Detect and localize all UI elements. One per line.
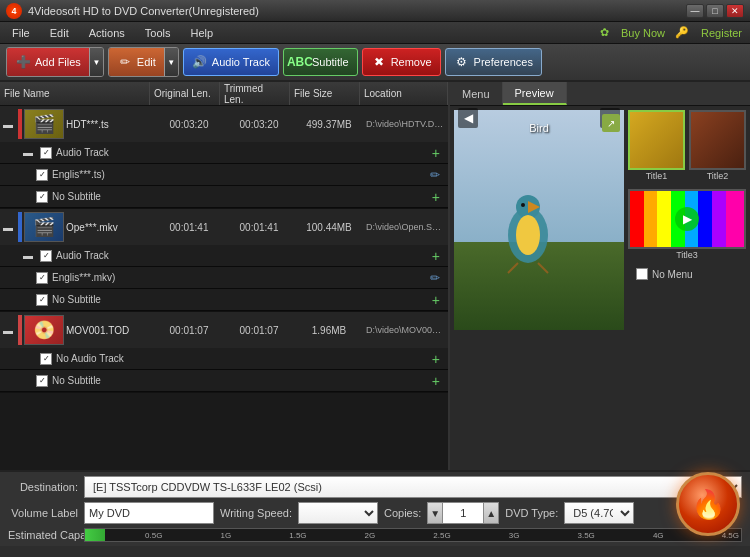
audio-sub-row: ✓ Englis***.ts) ✏	[0, 164, 448, 186]
menu-edit[interactable]: Edit	[46, 25, 73, 41]
destination-select[interactable]: [E] TSSTcorp CDDVDW TS-L633F LE02 (Scsi)	[84, 476, 742, 498]
capacity-row: Estimated Capacity: 0.5G 1G 1.5G 2G 2.5G…	[8, 528, 742, 542]
preferences-button[interactable]: ⚙ Preferences	[445, 48, 542, 76]
row-color-bar-2	[18, 212, 22, 242]
audio-expand-2[interactable]: ▬	[20, 250, 36, 261]
prog-35g: 3.5G	[577, 531, 594, 540]
no-menu-label: No Menu	[652, 269, 693, 280]
export-button[interactable]: ↗	[602, 114, 620, 132]
edit-button[interactable]: ✏ Edit	[109, 48, 164, 76]
expand-icon-3[interactable]: ▬	[0, 325, 16, 336]
edit-audio-icon[interactable]: ✏	[430, 168, 440, 182]
play-icon[interactable]: ▶	[675, 207, 699, 231]
no-menu-checkbox[interactable]	[636, 268, 648, 280]
subtitle-button[interactable]: ABC Subtitle	[283, 48, 358, 76]
menu-tools[interactable]: Tools	[141, 25, 175, 41]
app-icon: 4	[6, 3, 22, 19]
subtitle-checkbox-2[interactable]: ✓	[36, 294, 48, 306]
edit-group[interactable]: ✏ Edit ▼	[108, 47, 179, 77]
audio-checkbox-2[interactable]: ✓	[40, 250, 52, 262]
prev-arrow[interactable]: ◀	[458, 108, 478, 128]
subtitle-label: Subtitle	[312, 56, 349, 68]
thumb-item-3[interactable]: ▶ Title3	[628, 189, 746, 260]
preview-tabs: Menu Preview	[450, 82, 750, 106]
add-subtitle-button[interactable]: +	[432, 189, 440, 205]
volume-input[interactable]	[84, 502, 214, 524]
menu-help[interactable]: Help	[186, 25, 217, 41]
add-files-group[interactable]: ➕ Add Files ▼	[6, 47, 104, 77]
audio-label-2: Audio Track	[56, 250, 109, 261]
copies-up-button[interactable]: ▲	[483, 502, 499, 524]
audio-expand[interactable]: ▬	[20, 147, 36, 158]
edit-dropdown[interactable]: ▼	[164, 48, 178, 76]
buy-now-link[interactable]: Buy Now	[621, 27, 665, 39]
preferences-label: Preferences	[474, 56, 533, 68]
add-audio-button[interactable]: +	[432, 145, 440, 161]
film-icon: 🎬	[33, 113, 55, 135]
file-list: File Name Original Len. Trimmed Len. Fil…	[0, 82, 450, 470]
subtitle-checkbox[interactable]: ✓	[36, 191, 48, 203]
thumb-item-2[interactable]: Title2	[689, 110, 746, 181]
prog-15g: 1.5G	[289, 531, 306, 540]
subtitle-label-2: No Subtitle	[52, 294, 101, 305]
thumb-item-1[interactable]: Title1	[628, 110, 685, 181]
dvd-type-select[interactable]: D5 (4.7G)	[564, 502, 634, 524]
title-bar: 4 4Videosoft HD to DVD Converter(Unregis…	[0, 0, 750, 22]
window-controls[interactable]: — □ ✕	[686, 4, 744, 18]
minimize-button[interactable]: —	[686, 4, 704, 18]
add-files-dropdown[interactable]: ▼	[89, 48, 103, 76]
no-audio-label: No Audio Track	[56, 353, 124, 364]
menu-file[interactable]: File	[8, 25, 34, 41]
menu-actions[interactable]: Actions	[85, 25, 129, 41]
remove-icon: ✖	[371, 54, 387, 70]
leaf-icon: ✿	[600, 26, 609, 39]
subtitle-row-3: ✓ No Subtitle +	[0, 370, 448, 392]
file-location: D:\video\HDTV.Demo.10***	[364, 119, 448, 129]
audio-sub-checkbox-2[interactable]: ✓	[36, 272, 48, 284]
file-name: HDT***.ts	[64, 119, 154, 130]
copies-down-button[interactable]: ▼	[427, 502, 443, 524]
expand-icon-2[interactable]: ▬	[0, 222, 16, 233]
add-audio-button-2[interactable]: +	[432, 248, 440, 264]
writing-speed-select[interactable]	[298, 502, 378, 524]
file-row: ▬ 🎬 HDT***.ts 00:03:20 00:03:20 499.37MB…	[0, 106, 448, 209]
add-icon: ➕	[15, 54, 31, 70]
thumb-img-2	[689, 110, 746, 170]
no-audio-checkbox[interactable]: ✓	[40, 353, 52, 365]
add-files-button[interactable]: ➕ Add Files	[7, 48, 89, 76]
remove-label: Remove	[391, 56, 432, 68]
tab-menu[interactable]: Menu	[450, 82, 503, 105]
audio-track-row: ▬ ✓ Audio Track +	[0, 142, 448, 164]
audio-checkbox[interactable]: ✓	[40, 147, 52, 159]
audio-sub-checkbox[interactable]: ✓	[36, 169, 48, 181]
add-subtitle-button-2[interactable]: +	[432, 292, 440, 308]
row-color-bar-3	[18, 315, 22, 345]
estimated-capacity-label: Estimated Capacity:	[8, 529, 78, 541]
app-title: 4Videosoft HD to DVD Converter(Unregiste…	[28, 5, 259, 17]
edit-audio-icon-2[interactable]: ✏	[430, 271, 440, 285]
volume-label: Volume Label	[8, 507, 78, 519]
file-row: ▬ 🎬 Ope***.mkv 00:01:41 00:01:41 100.44M…	[0, 209, 448, 312]
burn-button[interactable]: 🔥	[676, 472, 740, 536]
file-location-2: D:\video\Open.Season.II	[364, 222, 448, 232]
thumb-title-1: Title1	[628, 171, 685, 181]
close-button[interactable]: ✕	[726, 4, 744, 18]
add-audio-button-3[interactable]: +	[432, 351, 440, 367]
expand-icon[interactable]: ▬	[0, 119, 16, 130]
bird-svg	[488, 185, 568, 275]
file-row-main-2[interactable]: ▬ 🎬 Ope***.mkv 00:01:41 00:01:41 100.44M…	[0, 209, 448, 245]
remove-button[interactable]: ✖ Remove	[362, 48, 441, 76]
tab-preview[interactable]: Preview	[503, 82, 567, 105]
dvd-type-label: DVD Type:	[505, 507, 558, 519]
file-row-main-1[interactable]: ▬ 🎬 HDT***.ts 00:03:20 00:03:20 499.37MB…	[0, 106, 448, 142]
subtitle-checkbox-3[interactable]: ✓	[36, 375, 48, 387]
audio-track-button[interactable]: 🔊 Audio Track	[183, 48, 279, 76]
file-row-main-3[interactable]: ▬ 📀 MOV001.TOD 00:01:07 00:01:07 1.96MB …	[0, 312, 448, 348]
add-subtitle-button-3[interactable]: +	[432, 373, 440, 389]
subtitle-row-1: ✓ No Subtitle +	[0, 186, 448, 208]
subtitle-icon: ABC	[292, 54, 308, 70]
destination-row: Destination: [E] TSSTcorp CDDVDW TS-L633…	[8, 476, 742, 498]
register-link[interactable]: Register	[701, 27, 742, 39]
copies-input[interactable]	[443, 502, 483, 524]
maximize-button[interactable]: □	[706, 4, 724, 18]
